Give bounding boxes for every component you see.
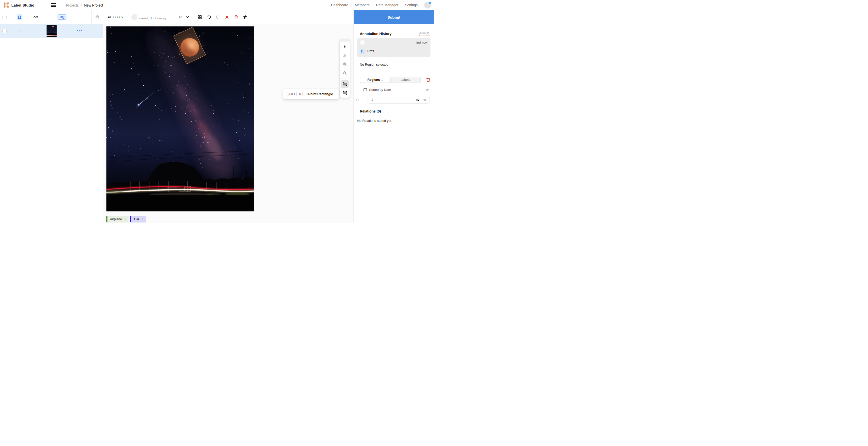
task-row-id: 0: [18, 29, 20, 33]
regions-count: 1: [381, 78, 383, 82]
hamburger-menu-icon[interactable]: [51, 3, 56, 7]
move-tool-button[interactable]: [341, 43, 349, 50]
source-code-icon[interactable]: </>: [77, 29, 82, 32]
no-region-selected-text: No Region selected: [360, 63, 428, 66]
sidebar-header-divider: [28, 14, 28, 20]
region-visibility-eye-icon[interactable]: [423, 98, 427, 102]
x-icon: [225, 15, 229, 19]
sorted-by-label: Sorted by Date: [369, 88, 391, 92]
tasks-sidebar: ocr img 0 </>: [0, 10, 103, 223]
nav-item-settings[interactable]: Settings: [405, 3, 417, 7]
task-header-divider: [130, 13, 130, 21]
region-row[interactable]: 1: [354, 94, 434, 105]
rectangle-tool-button[interactable]: [341, 80, 349, 88]
hand-icon: [343, 53, 347, 58]
task-header: #1338882 created, 11 minutes ago 1/1: [103, 10, 353, 24]
tasks-sidebar-header: ocr img: [0, 10, 103, 24]
region-rectangle-icon: [415, 98, 419, 102]
img-tag-pill[interactable]: img: [57, 14, 67, 20]
tab-labels-label: Labels: [401, 78, 410, 82]
relations-title: Relations (0): [360, 109, 428, 113]
thumbnail-light-trail: [46, 35, 57, 36]
breadcrumb-current-project: New Project: [84, 3, 103, 7]
draft-region-icon: [360, 49, 365, 54]
pan-tool-button[interactable]: [341, 52, 349, 59]
redo-button[interactable]: [215, 14, 221, 20]
undo-button[interactable]: [206, 14, 212, 20]
swap-arrows-icon: [243, 15, 247, 19]
night-sky-scene: [106, 26, 254, 211]
breadcrumb: Projects / New Project: [66, 0, 103, 10]
three-point-rectangle-tool-icon: [342, 90, 347, 95]
breadcrumb-projects-link[interactable]: Projects: [66, 3, 79, 7]
bounding-box-column-icon[interactable]: [17, 14, 22, 20]
label-chips: Airplane 1 Car 2: [106, 216, 146, 222]
label-studio-logo-icon: [3, 2, 9, 8]
toolbar-drag-handle[interactable]: [340, 39, 350, 41]
column-ocr-label[interactable]: ocr: [33, 15, 38, 19]
task-list-item[interactable]: 0 </>: [0, 24, 103, 38]
drag-handle-icon[interactable]: [356, 98, 359, 102]
annotation-history-item[interactable]: just now Draft: [357, 38, 431, 57]
annotation-panel: Submit Annotation History #ulwQg just no…: [353, 10, 434, 223]
shift-key-badge: SHIFT: [286, 92, 297, 96]
label-studio-app: Label Studio Projects / New Project Dash…: [0, 0, 434, 223]
chevron-down-icon[interactable]: [186, 16, 189, 19]
three-point-rectangle-tool-button[interactable]: [341, 89, 349, 97]
top-navbar: Label Studio Projects / New Project Dash…: [0, 0, 434, 10]
navbar-menu: Dashboard Members Data Manager Settings: [331, 2, 431, 8]
history-avatar: [360, 40, 365, 45]
rectangle-tool-icon: [342, 82, 347, 87]
toggle-all-visibility-eye-icon[interactable]: [425, 88, 430, 92]
annotation-hash-link[interactable]: #ulwQg: [419, 31, 430, 36]
tooltip-label: 3 Point Rectangle: [303, 92, 336, 96]
reject-button[interactable]: [224, 14, 230, 20]
next-task-button[interactable]: [242, 14, 248, 20]
r-key-badge: R: [298, 92, 303, 96]
tab-regions[interactable]: Regions 1: [360, 77, 391, 83]
zoom-in-tool-button[interactable]: [341, 60, 349, 68]
sort-control[interactable]: Sorted by Date: [363, 88, 430, 92]
annotation-pagination[interactable]: 1/1: [179, 16, 183, 19]
nav-item-dashboard[interactable]: Dashboard: [331, 3, 348, 7]
tab-regions-label: Regions: [367, 78, 380, 82]
toolbar-divider: [340, 79, 350, 79]
tools-toolbar: [340, 39, 350, 98]
meteor: [137, 91, 156, 107]
label-chip-car[interactable]: Car 2: [130, 216, 146, 222]
label-chip-airplane[interactable]: Airplane 1: [106, 216, 129, 222]
gear-icon[interactable]: [95, 15, 100, 20]
nav-item-members[interactable]: Members: [355, 3, 369, 7]
submit-button[interactable]: Submit: [354, 10, 434, 24]
region-id: 1: [371, 98, 373, 101]
grid-view-button[interactable]: [197, 14, 203, 20]
zoom-out-tool-button[interactable]: [341, 69, 349, 77]
task-id: #1338882: [108, 15, 123, 19]
regions-labels-tabs: Regions 1 Labels: [360, 77, 421, 83]
task-created-info: created, 11 minutes ago: [139, 17, 167, 20]
trash-icon: [234, 15, 238, 19]
task-header-actions: [197, 14, 248, 20]
sidebar-settings-column: [91, 10, 103, 24]
grid-icon: [198, 15, 202, 19]
zoom-in-icon: [343, 62, 347, 66]
user-avatar[interactable]: [424, 2, 431, 8]
region-item[interactable]: 1: [368, 96, 430, 104]
delete-regions-trash-icon[interactable]: [426, 78, 431, 82]
task-row-checkbox[interactable]: [2, 29, 6, 33]
label-name: Airplane: [110, 217, 122, 221]
image-canvas[interactable]: [106, 26, 254, 211]
nav-item-data-manager[interactable]: Data Manager: [376, 3, 399, 7]
label-hotkey: 2: [142, 217, 143, 221]
region-list: 1: [354, 94, 434, 105]
history-status: Draft: [367, 49, 374, 53]
label-hotkey: 1: [124, 217, 126, 221]
tool-tooltip: SHIFT R 3 Point Rectangle: [283, 89, 339, 99]
delete-annotation-button[interactable]: [233, 14, 239, 20]
tab-labels[interactable]: Labels: [390, 77, 421, 83]
app-title: Label Studio: [11, 3, 34, 7]
redo-icon: [216, 15, 220, 19]
select-all-checkbox[interactable]: [2, 15, 6, 19]
task-thumbnail[interactable]: [46, 25, 57, 37]
thumbnail-moon: [52, 26, 54, 27]
